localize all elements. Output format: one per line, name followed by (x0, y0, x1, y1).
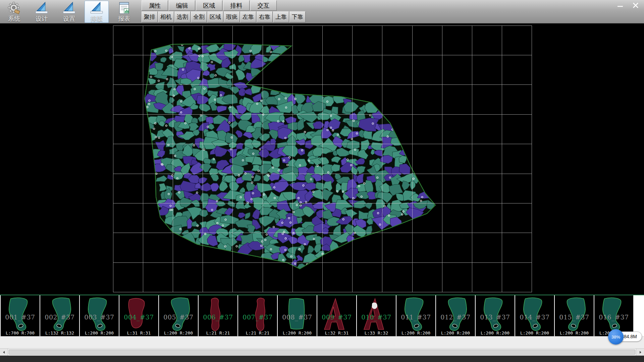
piece-id-label: 004_#37 (119, 313, 158, 321)
piece-id-label: 003_#37 (80, 313, 119, 321)
app-button-nesting[interactable]: 排版 (85, 1, 109, 23)
piece-lr-label: L:33 R:32 (357, 330, 396, 336)
tool-button-align-right[interactable]: 右靠 (257, 11, 273, 22)
tool-buttons: 聚排相机选割全割区域瑕疵左靠右靠上靠下靠 (142, 11, 306, 22)
menu-tab-nest[interactable]: 排料 (223, 0, 250, 11)
piece-id-label: 015_#37 (555, 313, 594, 321)
piece-id-label: 012_#37 (436, 313, 475, 321)
menu-area: 属性编辑区域排料交互 聚排相机选割全割区域瑕疵左靠右靠上靠下靠 (142, 0, 306, 22)
piece-id-label: 002_#37 (40, 313, 79, 321)
piece-lr-label: L:200 R:200 (436, 330, 475, 336)
app-button-label: 设置 (63, 15, 75, 22)
piece-lr-label: L:132 R:132 (40, 330, 79, 336)
sail-icon (62, 1, 76, 15)
app-button-label: 设计 (36, 15, 48, 22)
piece-thumbnail[interactable]: 003_#37L:200 R:200 (80, 295, 119, 336)
app-toolbar: 系统设计设置排版报表 (2, 0, 136, 23)
piece-thumbnail-panel: 001_#37L:700 R:700002_#37L:132 R:132003_… (0, 295, 644, 336)
menu-tab-interact[interactable]: 交互 (250, 0, 277, 11)
tool-button-align-left[interactable]: 左靠 (240, 11, 256, 22)
close-icon (631, 2, 640, 9)
piece-lr-label: L:200 R:200 (515, 330, 554, 336)
tool-button-cut-all[interactable]: 全割 (191, 11, 207, 22)
app-button-label: 排版 (91, 15, 103, 22)
menu-tab-edit[interactable]: 编辑 (169, 0, 195, 11)
piece-thumbnail[interactable]: 012_#37L:200 R:200 (436, 295, 475, 336)
piece-lr-label: L:32 R:31 (317, 330, 356, 336)
tool-button-zone[interactable]: 区域 (207, 11, 223, 22)
scroll-left-button[interactable] (0, 349, 8, 356)
piece-thumbnail[interactable]: 002_#37L:132 R:132 (40, 295, 79, 336)
piece-thumbnail[interactable]: 001_#37L:700 R:700 (1, 295, 40, 336)
piece-id-label: 016_#37 (594, 313, 633, 321)
piece-lr-label: L:31 R:31 (119, 330, 158, 336)
piece-id-label: 013_#37 (476, 313, 515, 321)
piece-thumbnail[interactable]: 013_#37L:200 R:200 (476, 295, 515, 336)
app-button-design[interactable]: 设计 (30, 1, 54, 23)
piece-thumbnail[interactable]: 008_#37L:200 R:200 (278, 295, 317, 336)
piece-thumbnail[interactable]: 010_#37L:33 R:32 (357, 295, 396, 336)
app-button-system[interactable]: 系统 (2, 1, 26, 23)
menu-tabs: 属性编辑区域排料交互 (142, 0, 306, 11)
nesting-canvas[interactable] (0, 23, 644, 295)
tool-button-align-bottom[interactable]: 下靠 (289, 11, 306, 22)
piece-id-label: 007_#37 (238, 313, 277, 321)
menu-tab-properties[interactable]: 属性 (142, 0, 168, 11)
nesting-canvas-drawing[interactable] (0, 23, 644, 295)
piece-lr-label: L:21 R:21 (238, 330, 277, 336)
status-row (0, 336, 644, 348)
piece-id-label: 008_#37 (278, 313, 317, 321)
piece-thumbnail[interactable]: 005_#37L:200 R:200 (159, 295, 198, 336)
memory-status: 384.8M 38% (555, 328, 642, 346)
piece-id-label: 001_#37 (1, 313, 40, 321)
piece-id-label: 006_#37 (199, 313, 237, 321)
piece-lr-label: L:21 R:21 (199, 330, 237, 336)
piece-thumbnail[interactable]: 014_#37L:200 R:200 (515, 295, 554, 336)
sail-icon (35, 1, 49, 15)
piece-id-label: 009_#37 (317, 313, 356, 321)
scroll-right-icon (638, 350, 642, 354)
tool-button-align-top[interactable]: 上靠 (273, 11, 289, 22)
piece-thumbnail[interactable]: 004_#37L:31 R:31 (119, 295, 158, 336)
piece-thumbnail[interactable]: 006_#37L:21 R:21 (199, 295, 237, 336)
piece-thumbnail[interactable]: 009_#37L:32 R:31 (317, 295, 356, 336)
report-icon (117, 1, 131, 15)
app-button-report[interactable]: 报表 (112, 1, 136, 23)
app-button-settings[interactable]: 设置 (57, 1, 81, 23)
piece-lr-label: L:700 R:700 (1, 330, 40, 336)
piece-thumbnail[interactable]: 011_#37L:200 R:200 (396, 295, 435, 336)
minimize-icon (616, 2, 625, 9)
scroll-left-icon (2, 350, 6, 354)
gear-icon (7, 1, 21, 15)
sail-icon (90, 1, 104, 15)
piece-id-label: 014_#37 (515, 313, 554, 321)
piece-lr-label: L:200 R:200 (476, 330, 515, 336)
piece-lr-label: L:200 R:200 (80, 330, 119, 336)
tool-button-select-cut[interactable]: 选割 (174, 11, 191, 22)
close-button[interactable] (631, 1, 641, 9)
piece-lr-label: L:200 R:200 (278, 330, 317, 336)
tool-button-cluster-nest[interactable]: 聚排 (142, 11, 158, 22)
bottom-strip (0, 356, 644, 362)
progress-badge: 38% (608, 329, 624, 345)
piece-id-label: 011_#37 (396, 313, 435, 321)
scrollbar-thumb[interactable] (9, 350, 635, 355)
tool-button-defect[interactable]: 瑕疵 (224, 11, 240, 22)
title-toolbar: 系统设计设置排版报表 属性编辑区域排料交互 聚排相机选割全割区域瑕疵左靠右靠上靠… (0, 0, 644, 23)
tool-button-camera[interactable]: 相机 (158, 11, 174, 22)
horizontal-scrollbar (0, 348, 644, 356)
app-button-label: 报表 (118, 15, 130, 22)
window-controls (615, 1, 641, 9)
piece-lr-label: L:200 R:200 (396, 330, 435, 336)
piece-lr-label: L:200 R:200 (159, 330, 198, 336)
piece-id-label: 010_#37 (357, 313, 396, 321)
piece-id-label: 005_#37 (159, 313, 198, 321)
app-button-label: 系统 (8, 15, 20, 22)
scroll-right-button[interactable] (636, 349, 644, 356)
menu-tab-region[interactable]: 区域 (196, 0, 222, 11)
piece-thumbnail[interactable]: 007_#37L:21 R:21 (238, 295, 277, 336)
minimize-button[interactable] (615, 1, 625, 9)
